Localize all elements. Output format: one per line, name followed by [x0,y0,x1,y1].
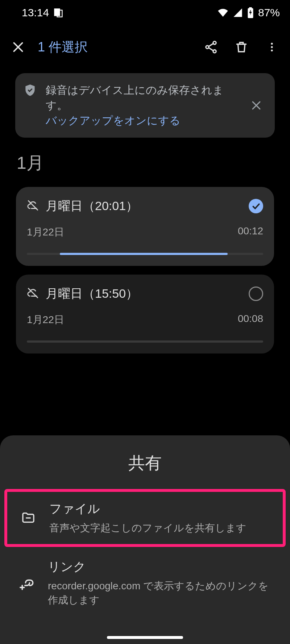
svg-line-10 [208,48,213,51]
recording-duration: 00:08 [238,313,263,327]
recording-waveform[interactable] [27,253,263,255]
month-label: 1月 [0,138,290,182]
recording-duration: 00:12 [238,225,263,239]
share-sheet-title: 共有 [0,452,290,474]
share-option-title: リンク [48,559,270,575]
link-add-icon [20,575,36,591]
banner-text: 録音はデバイス上にのみ保存されます。 バックアップをオンにする [46,83,237,128]
battery-text: 87% [258,7,280,19]
selection-check-icon[interactable] [249,199,263,213]
recording-card[interactable]: 月曜日（15:50） 1月22日 00:08 [16,275,274,354]
recording-date: 1月22日 [27,225,64,239]
recording-date: 1月22日 [27,313,64,327]
share-button[interactable] [200,36,222,58]
wifi-icon [218,7,228,18]
svg-point-11 [271,43,273,45]
selection-top-bar: 1 件選択 [0,25,290,69]
svg-rect-3 [249,7,252,9]
banner-message: 録音はデバイス上にのみ保存されます。 [46,84,224,111]
delete-button[interactable] [231,36,252,58]
close-button[interactable] [7,36,29,58]
svg-point-12 [271,46,273,48]
recording-meta: 1月22日 00:12 [27,225,263,239]
share-option-text: ファイル 音声や文字起こしのファイルを共有します [49,501,270,535]
recording-title: 月曜日（15:50） [46,285,242,302]
selection-check-icon[interactable] [249,287,263,301]
cloud-off-icon [27,199,39,213]
status-bar: 13:14 87% [0,0,290,25]
shield-check-icon [23,83,37,99]
banner-link[interactable]: バックアップをオンにする [46,114,181,126]
recording-header: 月曜日（20:01） [27,198,263,214]
svg-point-13 [271,50,273,51]
more-button[interactable] [261,36,283,58]
recording-title: 月曜日（20:01） [46,198,242,214]
cloud-off-icon [27,287,39,301]
recording-card[interactable]: 月曜日（20:01） 1月22日 00:12 [16,187,274,266]
share-sheet: 共有 ファイル 音声や文字起こしのファイルを共有します リンク recorder… [0,435,290,644]
svg-line-9 [208,43,213,46]
signal-icon [233,8,243,18]
share-option-link[interactable]: リンク recorder.google.com で表示するためのリンクを作成しま… [4,550,286,616]
recording-header: 月曜日（15:50） [27,285,263,302]
share-option-title: ファイル [49,501,270,517]
selection-title: 1 件選択 [38,38,88,56]
folder-icon [20,511,37,525]
backup-banner: 録音はデバイス上にのみ保存されます。 バックアップをオンにする [15,73,275,138]
share-option-subtitle: 音声や文字起こしのファイルを共有します [49,521,270,535]
recording-meta: 1月22日 00:08 [27,313,263,327]
recording-waveform[interactable] [27,340,263,343]
battery-charging-icon [247,7,254,18]
status-right: 87% [218,7,280,19]
share-option-text: リンク recorder.google.com で表示するためのリンクを作成しま… [48,559,270,607]
status-left: 13:14 [22,7,63,19]
status-time: 13:14 [22,7,49,19]
screenshot-icon [53,8,63,18]
nav-handle[interactable] [107,636,183,639]
banner-close-button[interactable] [246,95,267,116]
share-option-file[interactable]: ファイル 音声や文字起こしのファイルを共有します [4,489,286,547]
share-option-subtitle: recorder.google.com で表示するためのリンクを作成します [48,579,270,607]
